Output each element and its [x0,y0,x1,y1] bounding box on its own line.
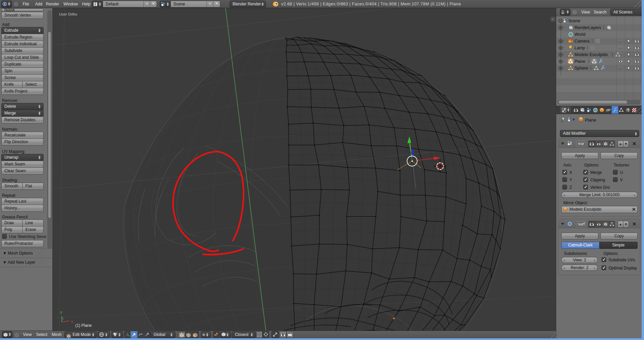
svg-text:x: x [71,320,73,323]
svg-text:y: y [60,310,62,314]
svg-text:z: z [62,317,64,320]
